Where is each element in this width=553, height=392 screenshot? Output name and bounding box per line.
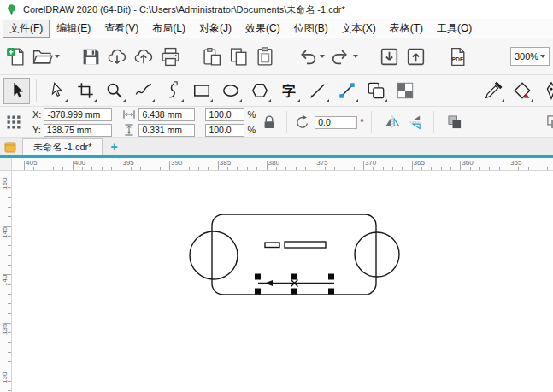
ruler-tick bbox=[8, 294, 11, 295]
mirror-horizontal-button[interactable] bbox=[382, 111, 403, 133]
right-circle-shape[interactable] bbox=[355, 232, 399, 277]
rectangle-tool[interactable] bbox=[188, 78, 215, 104]
vertical-ruler[interactable]: 150145140135130 bbox=[0, 171, 12, 392]
eyedropper-tool[interactable] bbox=[479, 78, 506, 104]
lock-ratio-button[interactable] bbox=[259, 111, 279, 133]
ruler-tick bbox=[267, 161, 268, 170]
ellipse-tool[interactable] bbox=[217, 78, 244, 104]
contour-tool[interactable] bbox=[362, 78, 389, 104]
ruler-tick bbox=[528, 167, 529, 170]
flyout-indicator bbox=[384, 99, 387, 102]
handle-top-left[interactable] bbox=[255, 274, 261, 280]
scale-horizontal-input[interactable] bbox=[205, 108, 244, 121]
ruler-tick bbox=[237, 167, 238, 170]
chevron-down-icon bbox=[55, 55, 60, 58]
transparency-tool[interactable] bbox=[391, 78, 418, 104]
rotation-angle-input[interactable] bbox=[315, 116, 357, 129]
pick-tool[interactable] bbox=[3, 78, 30, 104]
flyout-indicator bbox=[151, 99, 155, 102]
undo-button[interactable] bbox=[295, 41, 327, 72]
ruler-tick bbox=[499, 167, 500, 170]
ruler-tick bbox=[150, 167, 150, 170]
print-button[interactable] bbox=[158, 41, 183, 72]
ruler-origin-corner[interactable] bbox=[0, 158, 12, 171]
save-button[interactable] bbox=[79, 41, 103, 72]
title-bar: CorelDRAW 2020 (64-Bit) - C:\Users\Admin… bbox=[0, 0, 553, 19]
drawing-svg[interactable] bbox=[12, 171, 553, 392]
drawing-canvas[interactable] bbox=[12, 171, 553, 392]
new-page-tab-button[interactable]: + bbox=[110, 141, 117, 153]
ruler-tick bbox=[8, 342, 11, 343]
scale-vertical-input[interactable] bbox=[205, 124, 244, 137]
menu-item-tools[interactable]: 工具(O) bbox=[430, 20, 479, 38]
connector-tool-icon bbox=[338, 81, 356, 100]
import-button[interactable] bbox=[377, 41, 402, 72]
handle-bottom-left[interactable] bbox=[255, 289, 261, 295]
menu-item-view[interactable]: 查看(V) bbox=[97, 20, 145, 38]
object-height-input[interactable] bbox=[138, 124, 195, 137]
home-tab-icon[interactable] bbox=[3, 140, 17, 154]
object-width-input[interactable] bbox=[138, 108, 195, 121]
polygon-tool[interactable] bbox=[246, 78, 273, 104]
combine-button[interactable] bbox=[544, 111, 553, 133]
document-tab[interactable]: 未命名 -1.cdr* bbox=[22, 138, 103, 155]
zoom-level-select[interactable]: 300% bbox=[510, 47, 550, 66]
menu-item-layout[interactable]: 布局(L) bbox=[145, 20, 192, 38]
cloud-upload-button[interactable] bbox=[132, 41, 156, 72]
text-tool[interactable]: 字 bbox=[275, 78, 302, 104]
zoom-tool[interactable] bbox=[101, 78, 127, 104]
new-document-button[interactable] bbox=[3, 41, 28, 72]
mirror-vertical-button[interactable] bbox=[406, 111, 427, 133]
open-document-button[interactable] bbox=[30, 41, 62, 72]
shape-tool[interactable] bbox=[43, 78, 69, 104]
paste-button[interactable] bbox=[253, 41, 278, 72]
menu-item-edit[interactable]: 编辑(E) bbox=[50, 20, 97, 38]
cloud-download-button[interactable] bbox=[105, 41, 130, 72]
left-circle-shape[interactable] bbox=[190, 231, 238, 279]
handle-top-middle[interactable] bbox=[291, 274, 297, 280]
ruler-tick bbox=[460, 161, 461, 170]
menu-item-effects[interactable]: 效果(C) bbox=[238, 20, 287, 38]
paste-special-button[interactable] bbox=[200, 41, 225, 72]
ruler-tick bbox=[44, 167, 44, 170]
handle-bottom-right[interactable] bbox=[328, 289, 334, 295]
horizontal-ruler[interactable]: 405400395390385380375370365360355 bbox=[12, 158, 553, 171]
y-position-input[interactable] bbox=[44, 124, 112, 137]
menu-item-object[interactable]: 对象(J) bbox=[192, 20, 238, 38]
freehand-tool[interactable] bbox=[130, 78, 156, 104]
outline-tool[interactable] bbox=[538, 78, 553, 104]
menu-item-file[interactable]: 文件(F) bbox=[3, 20, 50, 38]
redo-button[interactable] bbox=[328, 41, 360, 72]
menu-item-text[interactable]: 文本(X) bbox=[335, 20, 383, 38]
menu-item-bitmaps[interactable]: 位图(B) bbox=[287, 20, 335, 38]
pdf-publish-button[interactable]: PDF bbox=[445, 41, 470, 72]
toolbar-group-gap bbox=[362, 56, 375, 57]
selection-handles[interactable] bbox=[255, 274, 334, 295]
order-to-front-button[interactable] bbox=[444, 111, 465, 133]
ruler-tick bbox=[8, 245, 11, 246]
coreldraw-logo-icon bbox=[5, 3, 18, 16]
polygon-tool-icon bbox=[250, 81, 269, 100]
copy-button[interactable] bbox=[226, 41, 251, 72]
standard-toolbar-items: PDF bbox=[3, 41, 470, 72]
toolbox: 字 bbox=[0, 75, 553, 107]
small-slot-shape[interactable] bbox=[265, 243, 279, 248]
fill-tool[interactable] bbox=[509, 78, 535, 104]
y-label: Y: bbox=[32, 125, 41, 135]
cloud-up-icon bbox=[133, 46, 155, 67]
handle-top-right[interactable] bbox=[328, 274, 334, 280]
crop-tool[interactable] bbox=[72, 78, 98, 104]
bezier-tool[interactable] bbox=[159, 78, 185, 104]
export-button[interactable] bbox=[403, 41, 428, 72]
x-position-input[interactable] bbox=[44, 108, 112, 121]
ruler-label: 400 bbox=[74, 159, 85, 167]
crop-tool-icon bbox=[76, 81, 95, 100]
eyedropper-tool-icon bbox=[484, 81, 503, 100]
long-slot-shape[interactable] bbox=[285, 242, 326, 248]
connector-tool[interactable] bbox=[333, 78, 360, 104]
menu-item-table[interactable]: 表格(T) bbox=[383, 20, 430, 38]
line-tool[interactable] bbox=[304, 78, 331, 104]
ruler-tick bbox=[412, 161, 413, 170]
handle-bottom-middle[interactable] bbox=[291, 289, 297, 295]
ruler-tick bbox=[33, 167, 34, 170]
